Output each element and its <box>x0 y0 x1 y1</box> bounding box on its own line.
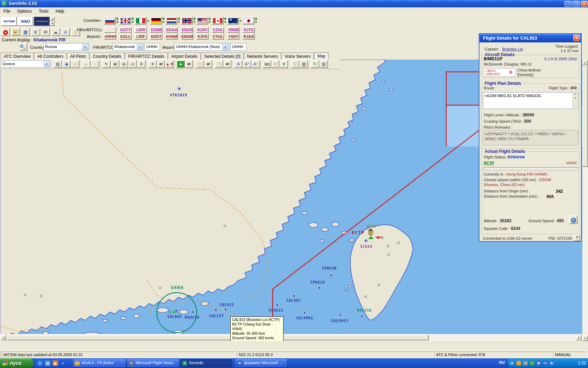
search-button[interactable] <box>20 43 27 51</box>
hscroll-thumb[interactable] <box>7 335 429 340</box>
country-flag-usa[interactable] <box>196 17 208 25</box>
airport-button-EDDT[interactable]: EDDT <box>150 34 162 40</box>
airport-code-field[interactable]: UHHH <box>230 43 246 51</box>
airport-button-CYUL[interactable]: CYUL <box>212 34 224 40</box>
forward-button[interactable]: → <box>91 60 99 68</box>
menu-file[interactable]: File <box>0 7 14 14</box>
captain-link[interactable]: Brandon Lin <box>502 47 523 51</box>
pointer-info-button[interactable]: ↖ <box>102 60 111 68</box>
zoom-out-button[interactable]: ⊖ <box>120 60 128 68</box>
chevron-down-icon[interactable]: ▼ <box>82 44 88 50</box>
country-flag-russia[interactable] <box>104 17 116 25</box>
menu-tools[interactable]: Tools <box>35 7 52 14</box>
monitor-icon[interactable]: ▣ <box>536 361 541 366</box>
zoom-in-button[interactable]: ⊕ <box>111 60 119 68</box>
minimize-button[interactable]: — <box>565 1 572 7</box>
country-flag-united-kingdom[interactable] <box>119 17 131 25</box>
panel-close-button[interactable]: ✕ <box>573 35 580 41</box>
network-icon[interactable]: ◍ <box>510 361 514 366</box>
panel-title-bar[interactable]: Flight Details for CAL923 <box>479 34 581 42</box>
show-uirs-button[interactable]: ▢ <box>215 60 223 68</box>
airport-button-KJFK[interactable]: KJFK <box>196 34 209 40</box>
show-pilots-button[interactable]: ✈ <box>148 60 157 68</box>
fir-button-LIRR[interactable]: LIRR <box>135 27 147 33</box>
tab-fir-artcc-details[interactable]: FIR/ARTCC Details <box>125 53 168 60</box>
zoom-window-button[interactable]: ▭ <box>128 60 137 68</box>
chevron-down-icon[interactable]: ▼ <box>44 61 50 67</box>
play-icon[interactable]: ▶ <box>550 361 554 366</box>
map-vscrollbar[interactable]: ▲ ▼ <box>582 60 588 341</box>
airport-button-EGLL[interactable]: EGLL <box>119 34 132 40</box>
show-airports-button[interactable]: ● <box>176 60 185 68</box>
world-button[interactable]: ◉ <box>62 60 71 68</box>
country-flag-australia[interactable] <box>227 17 239 25</box>
taskbar-task-3[interactable]: SServInfo <box>181 359 232 367</box>
map-properties-button[interactable]: ▨ <box>300 60 308 68</box>
quick-launch-more[interactable]: » <box>60 360 66 366</box>
country-flag-italy[interactable] <box>135 17 147 25</box>
refresh-button[interactable]: ↻ <box>311 60 319 68</box>
weather-layer-button[interactable]: wx <box>263 60 271 68</box>
country-select[interactable]: Russia ▼ <box>43 43 89 51</box>
pan-button[interactable]: ✛ <box>137 60 146 68</box>
scroll-right-icon[interactable]: ► <box>576 335 582 340</box>
fir-button-YBBB[interactable]: YBBB <box>227 27 239 33</box>
lang-ru-icon[interactable]: Ru <box>543 361 548 366</box>
font-increase-button[interactable]: A⁺ <box>243 60 251 68</box>
country-flag-japan[interactable] <box>243 17 254 25</box>
tab-atc-overview[interactable]: ATC Overview <box>1 53 34 60</box>
route-field[interactable]: +AJ2M MKG A1 ELATO MAGOG ▲▼ <box>483 92 578 109</box>
map-hscrollbar[interactable]: ◄ ► <box>0 334 582 341</box>
fir-button-CZUL[interactable]: CZUL <box>212 27 224 33</box>
fir-button-EHAA[interactable]: EHAA <box>166 27 178 33</box>
fir-code-field[interactable]: UHHH <box>145 43 160 51</box>
uir-id-button[interactable]: ID <box>224 60 231 68</box>
filter-button[interactable]: ▽ <box>291 60 299 68</box>
fir-button-KZNY[interactable]: KZNY <box>196 27 209 33</box>
help-button[interactable]: ? <box>574 235 580 241</box>
fir-select[interactable]: Khabarovsk ▼ <box>113 43 144 51</box>
copy-map-button[interactable]: ▤ <box>320 60 328 68</box>
tab-all-controllers[interactable]: All Controllers <box>34 53 66 60</box>
country-flag-norway[interactable] <box>181 17 193 25</box>
region-select[interactable]: Greece ▼ <box>1 60 50 68</box>
airport-select[interactable]: UHHH Khabarovsk (Now) ▼ <box>174 43 229 51</box>
scroll-up-icon[interactable]: ▲ <box>582 60 588 65</box>
show-desktop-icon[interactable]: ▤ <box>45 360 50 366</box>
tab-voice-servers[interactable]: Voice Servers <box>281 53 314 60</box>
route-scrollbar[interactable]: ▲▼ <box>573 93 578 108</box>
pilot-id-button[interactable]: ID <box>157 60 165 68</box>
download-button[interactable]: ▼ <box>280 60 288 68</box>
tab-selected-details-0-[interactable]: Selected Details [0] <box>201 53 243 60</box>
airport-button-ENGM[interactable]: ENGM <box>181 34 193 40</box>
airport-button-YSSY[interactable]: YSSY <box>227 34 239 40</box>
country-flag-germany[interactable] <box>150 17 162 25</box>
tab-airport-details[interactable]: Airport Details <box>168 53 201 60</box>
tab-country-details[interactable]: Country Details <box>90 53 125 60</box>
show-firs-button[interactable]: ▢ <box>196 60 204 68</box>
airport-button-LIRF[interactable]: LIRF <box>135 34 147 40</box>
display-mode-button[interactable]: ▤ <box>54 60 62 68</box>
country-flag-netherlands[interactable] <box>166 17 177 25</box>
fir-button-RJTG[interactable]: RJTG <box>243 27 255 33</box>
vscroll-thumb[interactable] <box>582 65 588 167</box>
fir-button-EDBB[interactable]: EDBB <box>150 27 162 33</box>
scroll-down-icon[interactable]: ▼ <box>582 335 588 341</box>
taskbar-task-4[interactable]: WДокумент Microsoft ... <box>236 359 287 367</box>
fir-button-blank[interactable] <box>104 27 116 33</box>
airport-id-button[interactable]: ID <box>185 60 193 68</box>
country-flag-canada[interactable] <box>212 17 224 25</box>
tab-all-pilots[interactable]: All Pilots <box>67 53 89 60</box>
tab-network-servers[interactable]: Network Servers <box>244 53 281 60</box>
tab-map[interactable]: Map <box>314 52 328 60</box>
language-indicator[interactable]: RU <box>499 360 505 364</box>
airport-button-UHHH[interactable]: UHHH <box>104 34 116 40</box>
taskbar-task-1[interactable]: ASASv6.5 - FS Active <box>73 359 126 367</box>
menu-options[interactable]: Options <box>14 7 35 14</box>
chevron-down-icon[interactable]: ▼ <box>222 44 228 50</box>
taskbar-task-2[interactable]: ✈Microsoft Flight Simul... <box>127 359 179 367</box>
start-button[interactable]: пуск <box>0 358 34 368</box>
font-decrease-button[interactable]: A⁻ <box>252 60 260 68</box>
scroll-left-icon[interactable]: ◄ <box>1 335 6 340</box>
fir-button-EGTT[interactable]: EGTT <box>119 27 132 33</box>
